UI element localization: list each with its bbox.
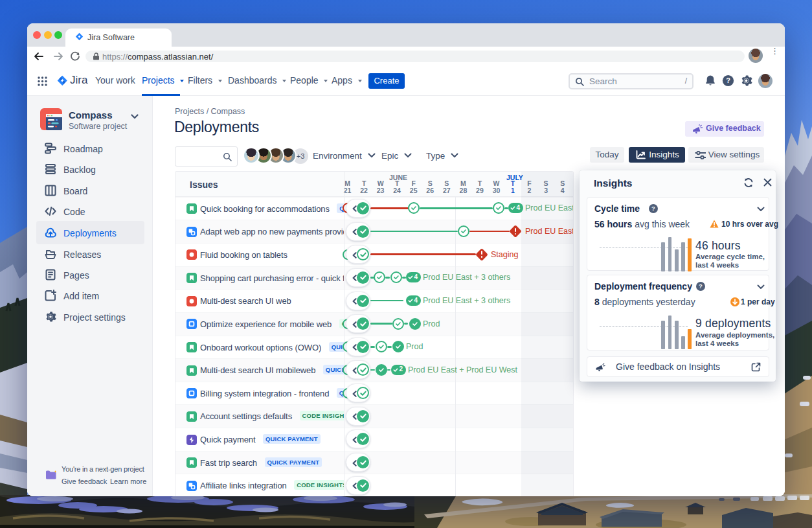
svg-text:?: ? — [651, 205, 655, 212]
svg-text:?: ? — [726, 76, 730, 84]
svg-text:?: ? — [699, 282, 703, 290]
